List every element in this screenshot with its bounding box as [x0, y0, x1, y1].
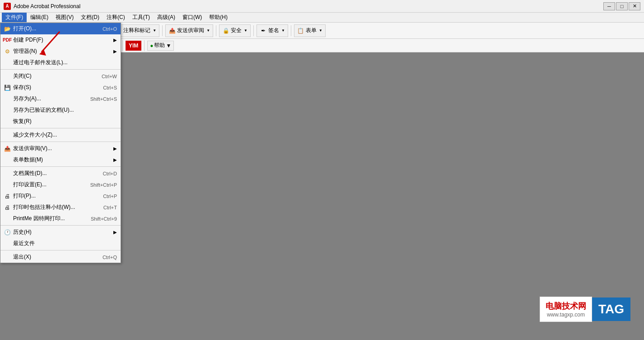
toolbar-send-review[interactable]: 📤 发送供审阅 ▼ [165, 24, 213, 37]
close-label: 关闭(C) [13, 72, 32, 80]
menu-item-save[interactable]: 💾 保存(S) Ctrl+S [0, 82, 121, 93]
print-icon: 🖨 [3, 192, 11, 200]
menu-doc[interactable]: 文档(D) [77, 13, 103, 22]
help-btn[interactable]: ● 帮助 ▼ [147, 41, 174, 51]
watermark: 电脑技术网 www.tagxp.com TAG [540, 297, 630, 322]
menu-item-reduce[interactable]: 减少文件大小(Z)... [0, 129, 121, 141]
menu-item-send-review[interactable]: 📤 发送供审阅(V)... ▶ [0, 143, 121, 154]
send-review-menu-label: 发送供审阅(V)... [13, 145, 52, 152]
separator-5 [216, 25, 216, 36]
save-certified-label: 另存为已验证的文档(U)... [13, 106, 74, 114]
close-button[interactable]: ✕ [629, 2, 640, 10]
menu-item-print-setup[interactable]: 打印设置(E)... Shift+Ctrl+P [0, 179, 121, 190]
sep-t2-5 [144, 40, 145, 51]
toolbar-security[interactable]: 🔒 安全 ▼ [219, 24, 251, 37]
exit-label: 退出(X) [13, 253, 31, 261]
security-label: 安全 [231, 27, 242, 34]
history-icon: 🕐 [3, 228, 11, 236]
menu-item-close[interactable]: 关闭(C) Ctrl+W [0, 71, 121, 82]
annotation-label: 注释和标记 [123, 27, 150, 34]
form-icon: 📋 [297, 27, 304, 34]
save-label: 保存(S) [13, 84, 31, 91]
print-setup-shortcut: Shift+Ctrl+P [90, 182, 117, 188]
save-icon: 💾 [3, 84, 11, 92]
exit-shortcut: Ctrl+Q [103, 255, 117, 260]
send-email-label: 通过电子邮件发送(L)... [13, 59, 68, 66]
open-shortcut: Ctrl+O [103, 26, 117, 32]
manage-submenu-arrow: ▶ [113, 49, 117, 54]
sign-label: 签名 [268, 27, 279, 34]
menu-advanced[interactable]: 高级(A) [154, 13, 179, 22]
print-summarize-icon: 🖨 [3, 203, 11, 212]
create-pdf-menu-label: 创建 PDF(F) [13, 36, 43, 44]
file-dropdown-menu: 📂 打开(O)... Ctrl+O PDF 创建 PDF(F) ▶ ⚙ 管理器(… [0, 23, 121, 263]
menu-item-save-as[interactable]: 另存为(A)... Shift+Ctrl+S [0, 93, 121, 104]
printme-shortcut: Shift+Ctrl+9 [91, 216, 117, 222]
menu-view[interactable]: 视图(V) [52, 13, 77, 22]
menu-item-recent[interactable]: 最近文件 [0, 238, 121, 249]
menu-item-print[interactable]: 🖨 打印(P)... Ctrl+P [0, 190, 121, 202]
watermark-text: 电脑技术网 www.tagxp.com [540, 297, 592, 322]
print-shortcut: Ctrl+P [103, 194, 117, 199]
send-review-arrow: ▼ [206, 28, 210, 33]
menu-item-doc-props[interactable]: 文档属性(D)... Ctrl+D [0, 168, 121, 179]
title-bar-left: A Adobe Acrobat Professional [4, 3, 80, 10]
recent-label: 最近文件 [13, 240, 35, 247]
toolbar-form[interactable]: 📋 表单 ▼ [294, 24, 326, 37]
save-as-label: 另存为(A)... [13, 95, 41, 103]
title-bar-text: Adobe Acrobat Professional [14, 3, 80, 9]
divider-4 [0, 166, 121, 167]
divider-6 [0, 250, 121, 250]
help-arrow: ▼ [166, 42, 171, 49]
separator-4 [162, 25, 163, 36]
manage-icon: ⚙ [3, 47, 11, 56]
minimize-button[interactable]: ─ [603, 2, 615, 10]
menu-item-printme[interactable]: PrintMe 因特网打印... Shift+Ctrl+9 [0, 213, 121, 224]
print-label: 打印(P)... [13, 192, 36, 200]
form-data-submenu-arrow: ▶ [113, 157, 117, 162]
history-label: 历史(H) [13, 228, 32, 236]
menu-window[interactable]: 窗口(W) [179, 13, 205, 22]
menu-help[interactable]: 帮助(H) [205, 13, 231, 22]
security-arrow: ▼ [244, 28, 247, 33]
menu-item-save-certified[interactable]: 另存为已验证的文档(U)... [0, 104, 121, 116]
create-pdf-submenu-arrow: ▶ [113, 38, 117, 42]
title-bar: A Adobe Acrobat Professional ─ □ ✕ [0, 0, 644, 13]
menu-item-open[interactable]: 📂 打开(O)... Ctrl+O [0, 23, 121, 34]
revert-label: 恢复(R) [13, 118, 32, 125]
menu-comment[interactable]: 注释(C) [103, 13, 129, 22]
menu-item-send-email[interactable]: 通过电子邮件发送(L)... [0, 57, 121, 68]
form-data-label: 表单数据(M) [13, 156, 43, 164]
divider-2 [0, 128, 121, 128]
doc-props-label: 文档属性(D)... [13, 170, 47, 177]
doc-props-shortcut: Ctrl+D [103, 171, 117, 176]
menu-file[interactable]: 文件(F) [2, 13, 27, 22]
menu-item-form-data[interactable]: 表单数据(M) ▶ [0, 154, 121, 165]
send-review-submenu-arrow: ▶ [113, 146, 117, 151]
open-label: 打开(O)... [13, 25, 36, 33]
yim-btn[interactable]: YIM [126, 41, 141, 51]
save-as-shortcut: Shift+Ctrl+S [90, 96, 117, 102]
separator-6 [253, 25, 254, 36]
menu-item-history[interactable]: 🕐 历史(H) ▶ [0, 227, 121, 238]
save-shortcut: Ctrl+S [103, 85, 117, 90]
menu-tools[interactable]: 工具(T) [129, 13, 154, 22]
app-icon: A [4, 3, 11, 10]
separator-7 [291, 25, 291, 36]
print-summarize-shortcut: Ctrl+T [103, 205, 117, 210]
review-icon: 📤 [168, 27, 176, 34]
manage-label: 管理器(N) [13, 47, 37, 55]
menu-item-create-pdf[interactable]: PDF 创建 PDF(F) ▶ [0, 34, 121, 46]
toolbar-sign[interactable]: ✒ 签名 ▼ [257, 24, 288, 37]
sign-icon: ✒ [260, 27, 267, 34]
security-icon: 🔒 [222, 27, 229, 34]
menu-bar: 文件(F) 编辑(E) 视图(V) 文档(D) 注释(C) 工具(T) 高级(A… [0, 13, 644, 23]
menu-item-print-summarize[interactable]: 🖨 打印时包括注释小结(W)... Ctrl+T [0, 202, 121, 213]
menu-item-manage[interactable]: ⚙ 管理器(N) ▶ [0, 46, 121, 57]
maximize-button[interactable]: □ [616, 2, 628, 10]
close-shortcut: Ctrl+W [102, 74, 117, 79]
menu-item-exit[interactable]: 退出(X) Ctrl+Q [0, 251, 121, 263]
menu-item-revert[interactable]: 恢复(R) [0, 116, 121, 127]
menu-edit[interactable]: 编辑(E) [27, 13, 52, 22]
send-review-label: 发送供审阅 [177, 27, 204, 34]
